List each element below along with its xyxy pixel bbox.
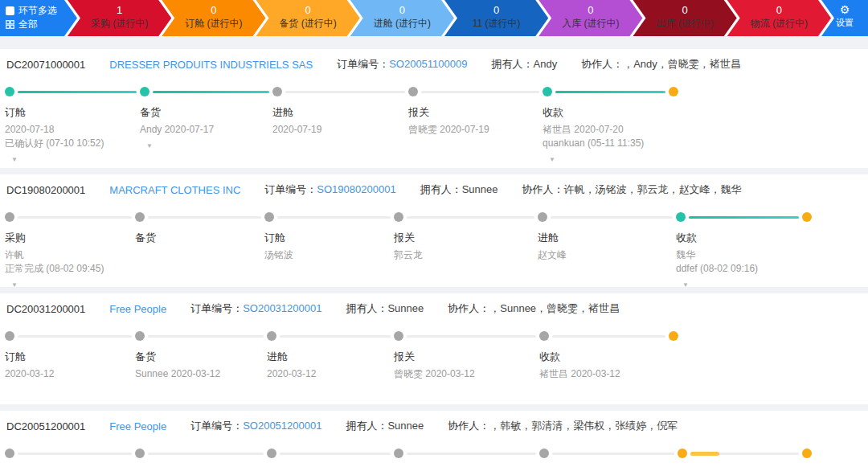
stage-dot xyxy=(5,87,14,96)
expand-arrow-icon[interactable]: ▼ xyxy=(549,156,559,163)
stage-name: 报关 xyxy=(394,350,522,364)
checkbox-icon xyxy=(6,6,14,15)
stage-chevron-caigou[interactable]: 1 采购 (进行中) xyxy=(68,0,171,36)
collab-label: 协作人： xyxy=(448,302,489,314)
collab-label: 协作人： xyxy=(448,420,489,432)
stage-dot xyxy=(394,449,403,458)
stage-detail: 2020-03-12 xyxy=(267,367,395,381)
timeline-segment xyxy=(421,91,539,93)
order-card: DC20031200001 Free People 订单编号：SO2003120… xyxy=(0,293,868,404)
order-no-link[interactable]: SO20031200001 xyxy=(243,302,321,314)
stage-count: 0 xyxy=(162,3,265,17)
stage-detail: 2020-07-19 xyxy=(272,123,401,137)
stage-chevron-wuliu[interactable]: 0 物流 (进行中) xyxy=(727,0,831,36)
timeline-segment xyxy=(148,216,261,219)
owner-label: 拥有人： xyxy=(346,302,387,314)
collab-label: 协作人： xyxy=(581,58,623,70)
order-header: DC19080200001 MARCRAFT CLOTHES INC 订单编号：… xyxy=(0,182,868,197)
multi-select-label: 环节多选 xyxy=(18,4,57,18)
customer-link[interactable]: DRESSER PRODUITS INDUSTRIELS SAS xyxy=(109,59,313,71)
expand-arrow-icon[interactable]: ▼ xyxy=(146,142,156,150)
stage-dot xyxy=(264,212,274,222)
separator-band xyxy=(0,168,868,174)
stage-count: 0 xyxy=(256,3,360,17)
stage-name: 进舱 xyxy=(538,231,666,245)
end-dot xyxy=(802,212,812,222)
timeline-stage: 收款 褚世昌 2020-07-20 quankuan (05-11 11:35)… xyxy=(542,105,671,163)
stage-dot xyxy=(394,212,403,222)
owner-label: 拥有人： xyxy=(420,183,462,195)
timeline-stage: 收款 褚世昌 2020-03-12 xyxy=(539,350,668,381)
stage-detail: 许帆 xyxy=(5,248,133,262)
timeline-progress-segment xyxy=(690,452,719,456)
customer-link[interactable]: Free People xyxy=(109,420,166,432)
stage-detail: 2020-03-12 xyxy=(5,367,133,381)
stage-chevron-jincang[interactable]: 0 进舱 (进行中) xyxy=(350,0,454,36)
stage-filter-bar: 环节多选 全部 1 采购 (进行中) 0 订舱 (进行中) 0 备货 (进行中)… xyxy=(0,0,868,36)
stage-label: 订舱 (进行中) xyxy=(162,17,265,30)
stage-count: 0 xyxy=(727,3,831,17)
stage-chevron-dingcang[interactable]: 0 订舱 (进行中) xyxy=(162,0,265,36)
timeline-stage: 收款 魏华 ddfef (08-02 09:16) ▼ xyxy=(676,231,805,289)
timeline-segment xyxy=(148,453,264,455)
stage-name: 订舱 xyxy=(264,231,393,245)
owner-value: Sunnee xyxy=(387,302,424,314)
customer-link[interactable]: MARCRAFT CLOTHES INC xyxy=(109,184,240,196)
stage-dot xyxy=(539,331,549,341)
collab-value: ，Andy，曾晓雯，褚世昌 xyxy=(623,58,741,70)
collab-value: ，Sunnee，曾晓雯，褚世昌 xyxy=(489,302,620,314)
all-filter[interactable]: 全部 xyxy=(6,18,77,31)
owner-value: Sunnee xyxy=(387,420,424,432)
stage-label: 物流 (进行中) xyxy=(727,17,831,30)
end-dot xyxy=(669,331,678,341)
expand-arrow-icon[interactable]: ▼ xyxy=(11,156,21,163)
order-no-link[interactable]: SO20051100009 xyxy=(389,58,467,70)
stage-chevron-ruku[interactable]: 0 入库 (进行中) xyxy=(538,0,642,36)
stage-dot xyxy=(408,87,418,96)
order-no-link[interactable]: SO19080200001 xyxy=(317,183,395,195)
order-no-link[interactable]: SO20051200001 xyxy=(243,420,321,432)
stage-detail: 2020-07-18 xyxy=(5,123,133,137)
stage-detail: Andy 2020-07-17 xyxy=(140,123,268,137)
stage-chevron-chuku[interactable]: 0 出库 (进行中) xyxy=(633,0,737,36)
order-no-label: 订单编号： xyxy=(190,302,243,314)
timeline-segment xyxy=(18,216,132,219)
timeline-segment xyxy=(18,335,132,338)
owner-value: Sunnee xyxy=(462,183,498,195)
stage-detail: 郭云龙 xyxy=(394,248,522,262)
timeline-segment xyxy=(407,335,536,338)
timeline-stage: 报关 曾晓雯 2020-07-19 xyxy=(408,105,537,137)
stage-label: 采购 (进行中) xyxy=(68,17,171,30)
order-id: DC20051200001 xyxy=(6,420,85,432)
stage-name: 收款 xyxy=(542,105,671,120)
timeline-segment xyxy=(555,91,665,93)
owner-label: 拥有人： xyxy=(346,420,387,432)
stage-dot xyxy=(135,212,145,222)
stage-name: 备货 xyxy=(135,350,264,364)
stage-count: 0 xyxy=(444,3,548,17)
timeline-segment xyxy=(18,91,137,93)
expand-arrow-icon[interactable]: ▼ xyxy=(11,281,21,289)
stage-chevron-beihuo[interactable]: 0 备货 (进行中) xyxy=(256,0,360,36)
timeline-segment xyxy=(552,453,674,455)
stage-count: 0 xyxy=(633,3,737,17)
timeline-stage: 订舱 2020-03-12 xyxy=(5,350,133,381)
order-timeline: 订舱 2020-07-18 已确认好 (07-10 10:52) ▼ 备货 An… xyxy=(0,81,868,168)
stage-chevron-11[interactable]: 0 11 (进行中) xyxy=(444,0,548,36)
timeline-stage: 订舱 2020-07-18 已确认好 (07-10 10:52) ▼ xyxy=(5,105,133,163)
expand-arrow-icon[interactable]: ▼ xyxy=(682,281,692,289)
order-card: DC19080200001 MARCRAFT CLOTHES INC 订单编号：… xyxy=(0,174,868,287)
multi-select-toggle[interactable]: 环节多选 xyxy=(6,4,77,18)
stage-label: 出库 (进行中) xyxy=(633,17,737,30)
stage-detail: 正常完成 (08-02 09:45) xyxy=(5,262,133,276)
customer-link[interactable]: Free People xyxy=(109,303,166,315)
stage-name: 订舱 xyxy=(5,105,133,120)
order-no-label: 订单编号： xyxy=(264,183,317,195)
collab-label: 协作人： xyxy=(522,183,563,195)
separator-band xyxy=(0,404,868,411)
stage-dot xyxy=(678,449,687,458)
stage-dot xyxy=(538,212,547,222)
end-dot xyxy=(802,449,812,458)
stage-dot xyxy=(267,331,276,341)
stage-detail: 魏华 xyxy=(676,248,805,262)
